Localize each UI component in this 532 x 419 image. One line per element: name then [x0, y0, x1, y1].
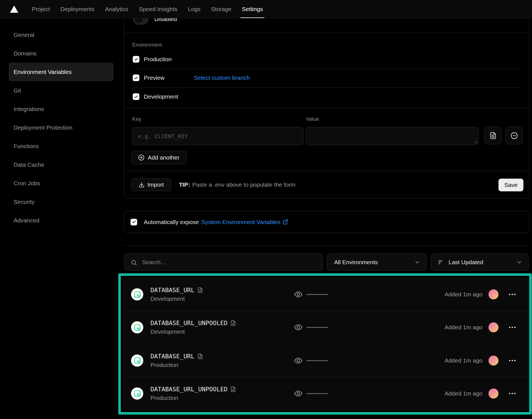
divider: [132, 88, 522, 88]
var-texts: DATABASE_URL Development: [150, 287, 203, 302]
key-label: Key: [132, 116, 141, 122]
sidebar-item-git[interactable]: Git: [9, 81, 114, 100]
chevron-down-icon: [516, 259, 522, 265]
environment-filter-dropdown[interactable]: All Environments: [327, 254, 427, 271]
sidebar-item-environment-variables[interactable]: Environment Variables: [9, 63, 114, 81]
eye-icon[interactable]: [294, 389, 303, 398]
check-icon: [134, 57, 138, 61]
environment-option-development: Development: [133, 93, 178, 100]
preview-label: Preview: [144, 74, 165, 81]
neon-integration-badge: [131, 387, 143, 400]
check-icon: [134, 95, 138, 99]
neon-logo-icon: [134, 357, 141, 364]
ellipsis-menu-icon[interactable]: [508, 323, 517, 332]
var-environment: Production: [150, 362, 203, 368]
nav-item-analytics[interactable]: Analytics: [100, 0, 134, 18]
nav-item-speed-insights[interactable]: Speed Insights: [134, 0, 183, 18]
masked-value: ••••••••••••••: [306, 358, 328, 363]
sidebar-item-functions[interactable]: Functions: [9, 137, 114, 155]
nav-item-settings[interactable]: Settings: [237, 0, 268, 18]
note-icon[interactable]: [230, 386, 236, 392]
tip-text: TIP:Paste a .env above to populate the f…: [179, 178, 295, 191]
add-another-button[interactable]: Add another: [131, 151, 186, 164]
env-var-row: DATABASE_URL_UNPOOLED Production •••••••…: [124, 377, 528, 410]
page: Disabled Environment Production Preview …: [0, 0, 532, 419]
neon-integration-badge: [131, 354, 143, 367]
tip-bold: TIP:: [179, 181, 190, 188]
select-custom-branch-link[interactable]: Select custom branch: [194, 74, 250, 81]
sidebar-item-integrations[interactable]: Integrations: [9, 100, 114, 118]
sidebar-item-cron-jobs[interactable]: Cron Jobs: [9, 174, 114, 192]
env-var-row: DATABASE_URL Production •••••••••••••• A…: [124, 344, 528, 377]
divider: [124, 171, 529, 171]
avatar: [488, 289, 498, 299]
nav-tabs: Project Deployments Analytics Speed Insi…: [27, 0, 268, 18]
development-checkbox[interactable]: [133, 93, 139, 100]
file-text-icon: [489, 132, 497, 139]
var-texts: DATABASE_URL_UNPOOLED Development: [150, 320, 236, 335]
production-label: Production: [144, 56, 172, 63]
masked-value: ••••••••••••••: [306, 292, 328, 297]
neon-integration-badge: [131, 288, 143, 300]
divider: [132, 69, 522, 69]
var-name: DATABASE_URL: [150, 287, 195, 294]
avatar: [488, 322, 498, 332]
plus-circle-icon: [138, 154, 145, 161]
paste-env-button[interactable]: [484, 127, 502, 144]
remove-row-button[interactable]: [505, 127, 523, 144]
avatar: [488, 389, 498, 399]
sidebar-item-general[interactable]: General: [9, 25, 114, 44]
key-input[interactable]: [132, 127, 303, 145]
check-icon: [134, 76, 138, 80]
system-env-prefix: Automatically expose: [144, 219, 199, 225]
ellipsis-menu-icon[interactable]: [508, 389, 517, 398]
system-env-checkbox[interactable]: [131, 219, 137, 225]
vercel-logo-icon[interactable]: [10, 6, 18, 13]
value-input[interactable]: [306, 127, 479, 145]
nav-item-storage[interactable]: Storage: [206, 0, 237, 18]
var-name: DATABASE_URL_UNPOOLED: [150, 386, 227, 393]
note-icon[interactable]: [230, 320, 236, 326]
sort-value: Last Updated: [449, 259, 483, 266]
note-icon[interactable]: [197, 353, 203, 359]
note-icon[interactable]: [197, 287, 203, 293]
nav-item-logs[interactable]: Logs: [183, 0, 206, 18]
search-input[interactable]: [124, 254, 323, 270]
nav-item-deployments[interactable]: Deployments: [55, 0, 100, 18]
var-environment: Development: [150, 328, 236, 335]
import-label: Import: [147, 181, 164, 188]
neon-integration-badge: [131, 321, 143, 333]
chevron-down-icon: [414, 259, 420, 265]
eye-icon[interactable]: [294, 290, 303, 299]
sidebar-item-advanced[interactable]: Advanced: [9, 211, 114, 230]
check-icon: [132, 220, 136, 224]
production-checkbox[interactable]: [133, 56, 139, 63]
import-button[interactable]: Import: [131, 178, 171, 191]
neon-logo-icon: [134, 324, 141, 331]
eye-icon[interactable]: [294, 323, 303, 332]
value-field-wrap: [306, 127, 479, 145]
sort-dropdown[interactable]: Last Updated: [431, 254, 529, 271]
sidebar-item-data-cache[interactable]: Data Cache: [9, 155, 114, 174]
add-another-label: Add another: [148, 154, 179, 161]
sort-lines-icon: [438, 259, 444, 266]
environment-option-production: Production: [133, 56, 172, 63]
eye-icon[interactable]: [294, 356, 303, 365]
preview-checkbox[interactable]: [133, 74, 139, 81]
system-env-card: Automatically expose System Environment …: [124, 211, 530, 233]
divider: [124, 108, 529, 108]
sidebar-item-deployment-protection[interactable]: Deployment Protection: [9, 118, 114, 137]
save-button[interactable]: Save: [498, 179, 523, 191]
ellipsis-menu-icon[interactable]: [508, 356, 517, 365]
var-name: DATABASE_URL: [150, 353, 195, 360]
sidebar-item-security[interactable]: Security: [9, 192, 114, 211]
divider: [124, 245, 530, 246]
nav-item-project[interactable]: Project: [27, 0, 55, 18]
environment-section-label: Environment: [132, 42, 162, 48]
sidebar-item-domains[interactable]: Domains: [9, 44, 114, 63]
masked-value: ••••••••••••••: [306, 325, 328, 330]
ellipsis-menu-icon[interactable]: [508, 290, 517, 299]
added-timestamp: Added 1m ago: [444, 324, 482, 331]
system-env-link[interactable]: System Environment Variables: [201, 219, 288, 225]
env-var-form-card: Disabled Environment Production Preview …: [124, 8, 530, 199]
